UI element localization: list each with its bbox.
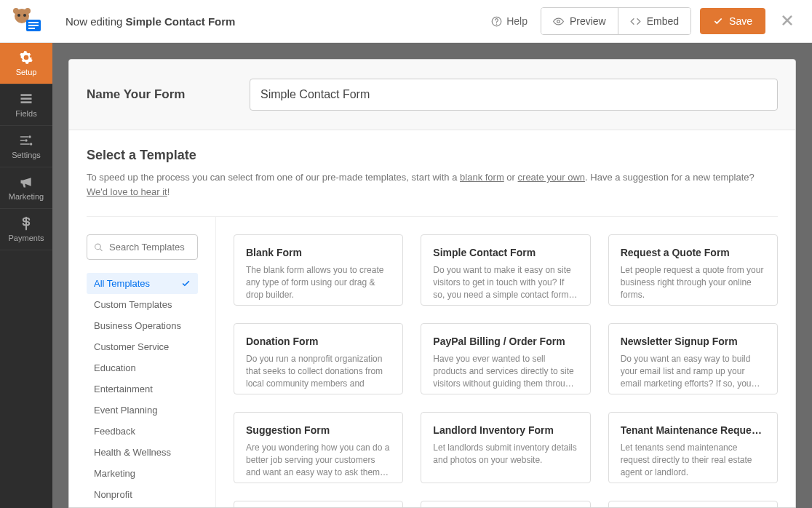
category-custom-templates[interactable]: Custom Templates [87, 294, 198, 315]
category-label: Health & Wellness [94, 447, 171, 458]
template-card[interactable]: Tenant Maintenance Request Form Let tena… [608, 412, 778, 483]
category-education[interactable]: Education [87, 357, 198, 378]
sidebar-label-settings: Settings [12, 151, 41, 159]
template-card-title: Blank Form [246, 247, 391, 258]
category-entertainment[interactable]: Entertainment [87, 378, 198, 400]
template-card[interactable]: Landlord Inventory Form Let landlords su… [421, 412, 590, 483]
editing-prefix: Now editing [65, 15, 126, 28]
category-health-wellness[interactable]: Health & Wellness [87, 442, 198, 463]
editing-label: Now editing Simple Contact Form [65, 15, 235, 28]
close-icon [781, 15, 793, 26]
select-template-title: Select a Template [87, 148, 778, 163]
svg-rect-12 [21, 94, 32, 96]
sidebar-label-payments: Payments [9, 234, 44, 242]
save-button[interactable]: Save [700, 8, 765, 34]
template-card-title: Suggestion Form [246, 424, 391, 436]
svg-point-1 [13, 8, 19, 14]
category-label: Education [94, 362, 136, 373]
sidebar-item-payments[interactable]: Payments [0, 209, 52, 250]
template-card-desc: Do you want an easy way to build your em… [621, 353, 765, 389]
check-icon [713, 16, 723, 26]
sliders-icon [19, 133, 33, 148]
select-template-desc: To speed up the process you can select f… [87, 170, 778, 199]
template-card-desc: Do you run a nonprofit organization that… [246, 353, 391, 389]
svg-point-15 [28, 135, 31, 138]
template-card-desc: Are you wondering how you can do a bette… [246, 442, 391, 478]
sidebar-item-settings[interactable]: Settings [0, 126, 52, 167]
search-icon [94, 242, 103, 252]
template-card[interactable]: PayPal Billing / Order Form Have you eve… [421, 323, 590, 394]
template-card-desc: The blank form allows you to create any … [246, 264, 391, 301]
code-icon [630, 16, 641, 27]
template-card-desc: Let tenants send maintenance request dir… [621, 442, 765, 478]
category-label: Business Operations [94, 320, 181, 331]
desc-text-3: . Have a suggestion for a new template? [585, 172, 755, 183]
megaphone-icon [19, 175, 33, 189]
template-card[interactable]: Simple Contact Form Do you want to make … [421, 234, 590, 306]
template-cards-grid: Blank Form The blank form allows you to … [234, 217, 778, 508]
dollar-icon [19, 216, 33, 231]
svg-rect-7 [28, 25, 39, 26]
template-card-title: Newsletter Signup Form [621, 336, 765, 347]
desc-text-1: To speed up the process you can select f… [87, 172, 460, 183]
list-icon [19, 92, 33, 106]
template-card[interactable]: Suggestion Form Are you wondering how yo… [234, 412, 403, 483]
svg-rect-14 [21, 101, 32, 103]
category-feedback[interactable]: Feedback [87, 421, 198, 442]
blank-form-link[interactable]: blank form [460, 172, 504, 183]
sidebar-nav: Setup Fields Settings Marketing Payments [0, 43, 52, 508]
name-form-section: Name Your Form [69, 60, 795, 130]
embed-button[interactable]: Embed [618, 8, 690, 34]
app-logo[interactable] [0, 7, 52, 36]
close-button[interactable] [773, 13, 802, 30]
category-business-operations[interactable]: Business Operations [87, 315, 198, 336]
category-list: All Templates Custom Templates Business … [87, 273, 198, 508]
svg-point-17 [30, 143, 32, 145]
template-card[interactable]: Peer Evaluation Form Get peer performanc… [421, 501, 590, 508]
category-column: All Templates Custom Templates Business … [87, 217, 216, 508]
template-card[interactable]: Quarterly Review Form Let managers and s… [234, 501, 403, 508]
template-card-title: Simple Contact Form [433, 247, 578, 258]
sidebar-label-fields: Fields [15, 109, 36, 118]
category-all-templates[interactable]: All Templates [87, 273, 198, 294]
svg-point-4 [23, 14, 26, 17]
editing-form-name: Simple Contact Form [126, 15, 236, 28]
template-card[interactable]: Blank Form The blank form allows you to … [234, 234, 403, 306]
svg-rect-8 [28, 28, 35, 29]
category-event-planning[interactable]: Event Planning [87, 400, 198, 421]
template-card[interactable]: Request a Quote Form Let people request … [608, 234, 778, 306]
sidebar-item-fields[interactable]: Fields [0, 84, 52, 126]
category-nonprofit[interactable]: Nonprofit [87, 484, 198, 505]
template-card[interactable]: Newsletter Signup Form Do you want an ea… [608, 323, 778, 394]
category-customer-service[interactable]: Customer Service [87, 336, 198, 357]
category-label: Customer Service [94, 341, 169, 352]
svg-point-10 [496, 23, 497, 24]
desc-text-2: or [504, 172, 518, 183]
form-name-input[interactable] [250, 79, 778, 111]
embed-label: Embed [647, 15, 679, 27]
preview-button[interactable]: Preview [541, 8, 618, 34]
template-card-title: Landlord Inventory Form [433, 424, 578, 436]
help-icon [491, 16, 502, 27]
category-label: Entertainment [94, 384, 153, 394]
suggest-template-link[interactable]: We'd love to hear it [87, 186, 167, 197]
help-link[interactable]: Help [491, 15, 528, 27]
svg-point-3 [17, 14, 20, 17]
category-label: Marketing [94, 468, 135, 479]
search-templates-wrap [87, 234, 198, 260]
sidebar-item-setup[interactable]: Setup [0, 43, 52, 84]
template-section: Select a Template To speed up the proces… [69, 130, 795, 508]
sidebar-item-marketing[interactable]: Marketing [0, 167, 52, 209]
template-card-title: Request a Quote Form [621, 247, 765, 258]
template-card[interactable]: Donation Form Do you run a nonprofit org… [234, 323, 403, 394]
category-registrations[interactable]: Registrations [87, 505, 198, 508]
category-label: All Templates [94, 278, 150, 289]
preview-label: Preview [570, 15, 606, 27]
svg-rect-13 [21, 98, 32, 100]
template-card[interactable]: Raffle Entry Form Publish this form to g… [608, 501, 778, 508]
svg-point-11 [557, 20, 560, 23]
create-own-link[interactable]: create your own [518, 172, 586, 183]
sidebar-label-marketing: Marketing [9, 192, 44, 201]
category-marketing[interactable]: Marketing [87, 463, 198, 484]
category-label: Nonprofit [94, 489, 132, 500]
